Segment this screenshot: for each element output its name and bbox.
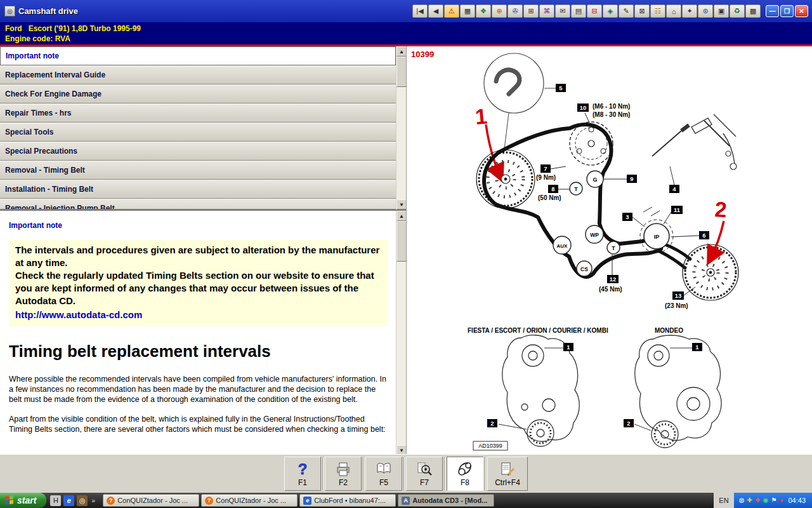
window-icon[interactable]: ▣ <box>714 4 729 18</box>
taskbar: start H e ◎ » ? ConQUIZtador - Joc ... ?… <box>0 493 812 508</box>
scrollbar-thumb[interactable] <box>396 221 407 262</box>
grid-icon[interactable]: ▩ <box>745 4 761 18</box>
tables-icon[interactable]: ☷ <box>650 4 665 18</box>
notes-icon[interactable]: ✎ <box>619 4 634 18</box>
cover-caption-right: MONDEO <box>655 327 683 334</box>
settings-icon[interactable]: ⊛ <box>698 4 713 18</box>
figure-number: 10399 <box>411 50 434 59</box>
task-autodata[interactable]: A Autodata CD3 - [Mod... <box>398 494 494 507</box>
task-buttons: ? ConQUIZtador - Joc ... ? ConQUIZtador … <box>100 494 714 507</box>
figure-code-box: AD10399 <box>473 441 508 450</box>
svg-text:CS: CS <box>580 266 588 272</box>
main-area: Important note Replacement Interval Guid… <box>0 46 812 454</box>
tray-icon-6[interactable]: ● <box>779 497 783 504</box>
tray-icon-5[interactable]: ⚑ <box>771 497 776 504</box>
tray-icon-3[interactable]: ❖ <box>755 497 761 504</box>
windows-logo-icon <box>5 495 14 505</box>
section-item-special-precautions[interactable]: Special Precautions <box>0 142 396 161</box>
task-conquiztador-1[interactable]: ? ConQUIZtador - Joc ... <box>103 494 199 507</box>
quick-launch-doc-icon[interactable]: H <box>50 495 61 506</box>
section-item-installation-timing-belt[interactable]: Installation - Timing Belt <box>0 180 396 199</box>
auxiliary-pulley: AUX <box>553 236 571 254</box>
key-label: F5 <box>379 478 388 487</box>
repair-times-icon[interactable]: ✉ <box>555 4 570 18</box>
language-indicator[interactable]: EN <box>714 493 733 508</box>
torque-50nm: (50 Nm) <box>538 194 561 201</box>
scrollbar-thumb[interactable] <box>396 57 407 87</box>
section-item-special-tools[interactable]: Special Tools <box>0 123 396 142</box>
service-schedules-icon[interactable]: ⊕ <box>492 4 507 18</box>
section-item-removal-injection-pump-belt[interactable]: Removal - Injection Pump Belt <box>0 199 396 210</box>
autodata-icon: A <box>402 497 410 505</box>
close-button[interactable]: ✕ <box>795 5 808 17</box>
contents-icon[interactable]: ▦ <box>460 4 475 18</box>
title-toolbar: |◀ ◀ ⚠ ▦ ❖ ⊕ ✇ ⊞ ⌘ ✉ ▤ ⊟ ◈ ✎ ⊠ ☷ ⌂ ✦ ⊛ ▣… <box>412 4 761 18</box>
timing-cover-left <box>499 335 579 446</box>
scroll-up-icon[interactable]: ▲ <box>396 46 407 57</box>
timing-cover-right <box>634 335 721 448</box>
task-clubford[interactable]: e ClubFord • bibanu47:... <box>299 494 396 507</box>
svg-text:1: 1 <box>566 344 570 351</box>
tray-icon-4[interactable]: ◉ <box>763 497 769 504</box>
manual-button[interactable]: F5 <box>365 457 402 491</box>
content-scrollbar[interactable]: ▲ ▼ <box>396 211 406 455</box>
svg-text:10: 10 <box>580 104 587 111</box>
restore-button[interactable]: ❐ <box>780 5 794 17</box>
start-button[interactable]: start <box>0 493 46 508</box>
section-item-replacement-interval-guide[interactable]: Replacement Interval Guide <box>0 65 396 84</box>
svg-text:4: 4 <box>672 185 676 192</box>
key-label: F1 <box>298 478 307 487</box>
cover-left-callout-2: 2 <box>487 419 497 427</box>
adjustments-icon[interactable]: ⊞ <box>523 4 539 18</box>
book-icon <box>376 461 392 478</box>
close-module-button[interactable]: Ctrl+F4 <box>487 457 528 491</box>
svg-text:?: ? <box>298 461 308 478</box>
tray-icon-1[interactable]: ◍ <box>739 497 745 504</box>
wiring-diagrams-icon[interactable]: ⊟ <box>587 4 602 18</box>
vehicle-select-icon[interactable]: ❖ <box>476 4 491 18</box>
notice-paragraph-2: Check the regularly updated Timing Belts… <box>15 269 381 307</box>
special-tools-icon[interactable]: ✦ <box>682 4 697 18</box>
timing-belt-view-button[interactable]: F8 <box>447 457 483 491</box>
detail-circle <box>484 53 556 154</box>
manuals-icon[interactable]: ▤ <box>571 4 586 18</box>
torque-m8: (M8 - 30 Nm) <box>593 111 630 118</box>
timing-belts-icon[interactable]: ⌘ <box>539 4 554 18</box>
cover-right-callout-1: 1 <box>692 343 702 351</box>
zoom-button[interactable]: F7 <box>406 457 443 491</box>
lock-icon[interactable]: ⊠ <box>634 4 650 18</box>
scroll-down-icon[interactable]: ▼ <box>396 199 407 210</box>
autodata-link[interactable]: http://www.autodata-cd.com <box>15 309 142 321</box>
engine-oil-icon[interactable]: ✇ <box>508 4 523 18</box>
section-item-removal-timing-belt[interactable]: Removal - Timing Belt <box>0 161 396 180</box>
clock[interactable]: 04:43 <box>788 497 806 504</box>
tensioner-pulley-t2: T <box>607 241 620 254</box>
section-item-repair-times[interactable]: Repair Times - hrs <box>0 104 396 123</box>
tray-icon-2[interactable]: ✚ <box>747 497 752 504</box>
quick-launch-browser-icon[interactable]: e <box>63 495 74 506</box>
scroll-up-icon[interactable]: ▲ <box>396 211 407 221</box>
diagnostics-icon[interactable]: ◈ <box>603 4 618 18</box>
cover-caption-left: FIESTA / ESCORT / ORION / COURIER / KOMB… <box>468 327 608 334</box>
print-button[interactable]: F2 <box>325 457 362 491</box>
tray-icons-area: ◍ ✚ ❖ ◉ ⚑ ● 04:43 <box>734 493 812 508</box>
back-icon[interactable]: ◀ <box>428 4 443 18</box>
quick-launch-overflow-icon[interactable]: » <box>90 495 96 506</box>
recycle-icon[interactable]: ♻ <box>730 4 745 18</box>
section-list-scrollbar[interactable]: ▲ ▼ <box>396 46 406 210</box>
timing-belt-icon <box>457 461 473 478</box>
callout-10: 10 <box>577 104 589 112</box>
warning-icon[interactable]: ⚠ <box>444 4 459 18</box>
section-item-important-note[interactable]: Important note <box>0 46 396 65</box>
toolbar-separator <box>485 457 486 490</box>
minimize-button[interactable]: — <box>766 5 779 17</box>
help-button[interactable]: ? F1 <box>284 457 321 491</box>
quick-launch-app-icon[interactable]: ◎ <box>77 495 88 506</box>
key-label: Ctrl+F4 <box>495 478 520 487</box>
tensioner-pulley-t: T <box>570 182 582 195</box>
first-page-icon[interactable]: |◀ <box>412 4 428 18</box>
home-icon[interactable]: ⌂ <box>666 4 681 18</box>
task-conquiztador-2[interactable]: ? ConQUIZtador - Joc ... <box>201 494 298 507</box>
toolbar-separator <box>403 457 405 490</box>
section-item-check-for-engine-damage[interactable]: Check For Engine Damage <box>0 84 396 104</box>
